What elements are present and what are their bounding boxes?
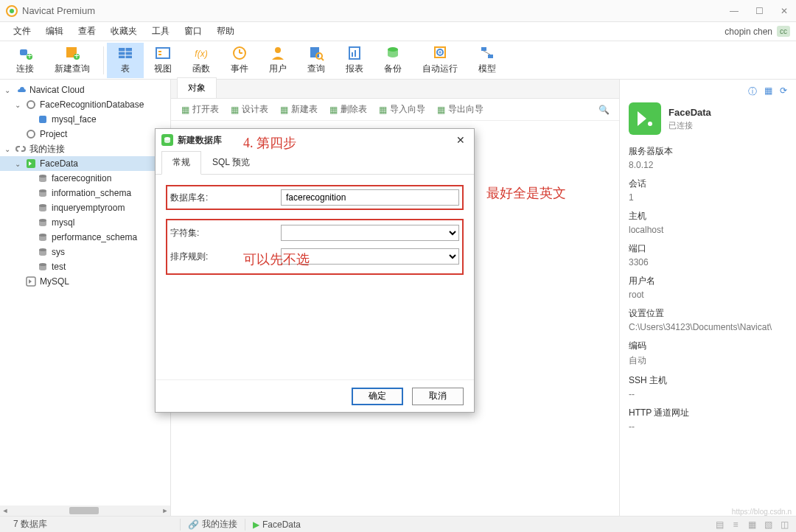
tree-cloud-db[interactable]: ⌄FaceRecognitionDatabase — [0, 97, 170, 112]
toolbar-model[interactable]: 模型 — [468, 43, 506, 78]
view-list-icon[interactable]: ▤ — [713, 519, 725, 530]
connection-active-icon: ▶ — [253, 519, 259, 530]
export-wizard-button[interactable]: ▦导出向导 — [433, 102, 488, 117]
maximize-button[interactable]: ☐ — [753, 6, 765, 16]
design-table-button[interactable]: ▦设计表 — [226, 102, 273, 117]
view-chart-icon[interactable]: ▧ — [762, 519, 774, 530]
tree-cloud-root[interactable]: ⌄Navicat Cloud — [0, 83, 170, 97]
toolbar-new-query[interactable]: +新建查询 — [44, 43, 100, 78]
menu-help[interactable]: 帮助 — [209, 22, 242, 41]
cancel-button[interactable]: 取消 — [412, 388, 464, 405]
close-button[interactable]: ✕ — [778, 6, 790, 16]
sidebar-scrollbar[interactable]: ◄► — [0, 505, 170, 516]
toolbar-automation[interactable]: 自动运行 — [412, 43, 468, 78]
svg-rect-30 — [488, 55, 493, 58]
tree-local-root[interactable]: ⌄我的连接 — [0, 141, 170, 156]
db-name-label: 数据库名: — [170, 192, 281, 204]
window-controls: — ☐ ✕ — [728, 6, 790, 16]
menu-favorites[interactable]: 收藏夹 — [103, 22, 144, 41]
dialog-tab-sql[interactable]: SQL 预览 — [201, 151, 261, 174]
info-field-label: 用户名 — [629, 275, 787, 287]
info-field-label: 服务器版本 — [629, 145, 787, 158]
tree-project[interactable]: Project — [0, 127, 170, 141]
ok-button[interactable]: 确定 — [352, 388, 403, 405]
backup-icon — [385, 45, 401, 61]
menu-edit[interactable]: 编辑 — [38, 22, 71, 41]
toolbar-function[interactable]: f(x)函数 — [182, 43, 220, 78]
import-wizard-button[interactable]: ▦导入向导 — [374, 102, 430, 117]
view-detail-icon[interactable]: ≡ — [730, 519, 741, 530]
tree-db[interactable]: performance_schema — [0, 230, 170, 245]
toolbar-user[interactable]: 用户 — [259, 43, 297, 78]
toolbar-query[interactable]: 查询 — [297, 43, 335, 78]
connection-icon — [37, 113, 49, 125]
annotation-box-charset: 字符集: 排序规则: — [166, 219, 464, 275]
tree-mysql-face[interactable]: mysql_face — [0, 112, 170, 127]
menu-tools[interactable]: 工具 — [144, 22, 177, 41]
svg-rect-12 — [156, 48, 170, 58]
search-icon[interactable]: 🔍 — [598, 105, 613, 115]
object-tab[interactable]: 对象 — [177, 77, 217, 98]
annotation-box-name: 数据库名: — [166, 185, 464, 210]
tree-db[interactable]: sys — [0, 245, 170, 259]
info-field-value: 自动 — [629, 354, 787, 367]
info-field-label: 编码 — [629, 340, 787, 352]
tree-db[interactable]: inqueryemptyroom — [0, 200, 170, 215]
main-toolbar: +连接 +新建查询 表 视图 f(x)函数 事件 用户 查询 报表 备份 自动运… — [0, 41, 796, 80]
fx-icon: f(x) — [193, 45, 209, 61]
user-badge[interactable]: cc — [777, 26, 790, 37]
status-database: ▶FaceData — [245, 519, 308, 530]
info-field-label: HTTP 通道网址 — [629, 407, 787, 419]
svg-point-19 — [275, 47, 281, 53]
svg-rect-29 — [481, 47, 486, 51]
toolbar-table[interactable]: 表 — [107, 43, 144, 78]
status-connection: 🔗我的连接 — [181, 518, 245, 531]
dialog-title: 新建数据库 — [178, 134, 453, 147]
refresh-icon[interactable]: ⟳ — [780, 85, 787, 98]
search-icon — [308, 45, 324, 61]
info-field-value: -- — [629, 389, 787, 399]
tree-db[interactable]: test — [0, 259, 170, 274]
delete-table-button[interactable]: ▦删除表 — [325, 102, 371, 117]
user-icon — [270, 45, 286, 61]
charset-select[interactable] — [281, 225, 459, 241]
object-toolbar: ▦打开表 ▦设计表 ▦新建表 ▦删除表 ▦导入向导 ▦导出向导 🔍 — [171, 99, 619, 121]
open-table-button[interactable]: ▦打开表 — [177, 102, 223, 117]
new-table-button[interactable]: ▦新建表 — [276, 102, 322, 117]
svg-point-1 — [10, 9, 14, 13]
toolbar-view[interactable]: 视图 — [144, 43, 182, 78]
tree-facedata[interactable]: ⌄FaceData — [0, 156, 170, 171]
info-icon[interactable]: ⓘ — [748, 85, 757, 98]
toolbar-backup[interactable]: 备份 — [374, 43, 412, 78]
database-icon — [37, 231, 49, 243]
menu-window[interactable]: 窗口 — [177, 22, 209, 41]
dialog-tab-general[interactable]: 常规 — [161, 151, 201, 175]
menu-file[interactable]: 文件 — [6, 22, 38, 41]
info-field-value: root — [629, 290, 787, 300]
minimize-button[interactable]: — — [728, 6, 740, 16]
database-icon — [37, 246, 49, 258]
watermark: https://blog.csdn.n — [732, 508, 792, 516]
menu-view[interactable]: 查看 — [71, 22, 103, 41]
query-icon: + — [64, 45, 80, 61]
svg-text:+: + — [74, 51, 79, 61]
db-name-input[interactable] — [281, 189, 459, 206]
table-small-icon: ▦ — [181, 105, 189, 115]
toolbar-report[interactable]: 报表 — [335, 43, 374, 78]
toolbar-event[interactable]: 事件 — [220, 43, 259, 78]
tree-db[interactable]: facerecognition — [0, 171, 170, 186]
tree-mysql[interactable]: MySQL — [0, 274, 170, 289]
user-name[interactable]: chopin chen — [725, 27, 772, 37]
view-split-icon[interactable]: ◫ — [778, 519, 790, 530]
svg-point-44 — [648, 122, 652, 126]
tree-db[interactable]: mysql — [0, 215, 170, 230]
dialog-close-button[interactable]: ✕ — [453, 134, 468, 146]
report-icon — [346, 45, 363, 61]
info-field-label: 设置位置 — [629, 307, 787, 320]
grid-icon[interactable]: ▦ — [764, 85, 772, 98]
svg-rect-14 — [158, 54, 161, 55]
view-grid-icon[interactable]: ▦ — [746, 519, 758, 530]
toolbar-connect[interactable]: +连接 — [6, 43, 44, 78]
tree-db[interactable]: information_schema — [0, 186, 170, 200]
plug-icon: + — [17, 45, 33, 61]
